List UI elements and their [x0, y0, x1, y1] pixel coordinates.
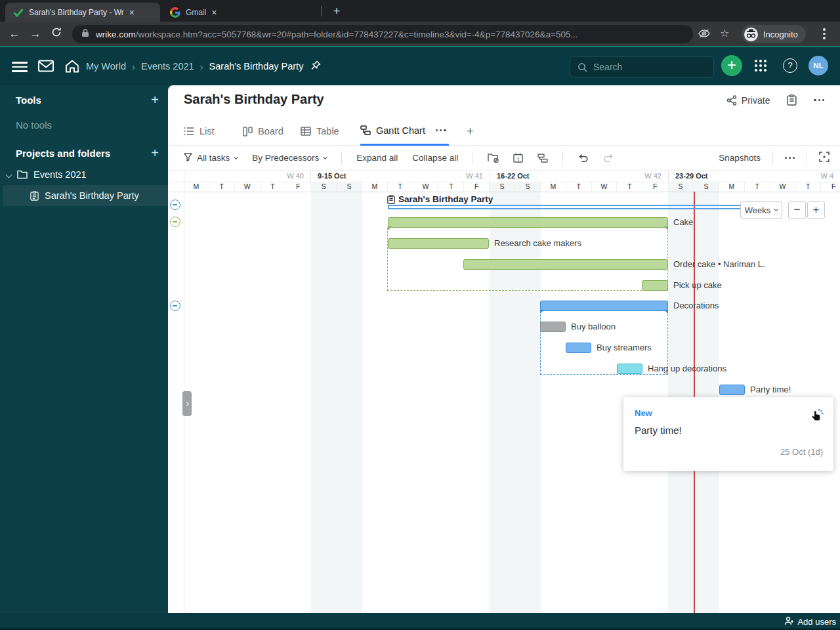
tab-label: Table	[316, 126, 339, 136]
eye-off-icon[interactable]	[698, 28, 710, 41]
add-new-button[interactable]: +	[721, 55, 742, 76]
browser-tab-gmail[interactable]: Gmail ×	[162, 3, 317, 22]
tab-close-icon[interactable]: ×	[129, 7, 135, 18]
sidebar-tools-title: Tools	[16, 94, 41, 106]
add-users-label[interactable]: Add users	[797, 617, 836, 627]
tab-divider	[321, 6, 322, 16]
breadcrumb-events-2021[interactable]: Events 2021	[141, 61, 194, 72]
gantt-bar[interactable]	[388, 238, 489, 249]
tab-close-icon[interactable]: ×	[211, 7, 217, 18]
search-input[interactable]	[593, 62, 698, 72]
sidebar-item-sarahs-birthday-party[interactable]: Sarah's Birthday Party	[3, 185, 168, 206]
more-menu-icon[interactable]	[814, 99, 824, 101]
tab-board[interactable]: Board	[243, 117, 284, 146]
clipboard-icon[interactable]	[787, 94, 797, 106]
redo-button[interactable]	[603, 154, 614, 163]
tab-options-icon[interactable]	[436, 129, 446, 131]
incognito-badge: Incognito	[742, 25, 806, 43]
subtask-tool-icon[interactable]	[537, 154, 548, 163]
snapshots-button[interactable]: Snapshots	[719, 153, 761, 163]
search-bar[interactable]	[570, 56, 714, 77]
project-clipboard-icon	[387, 195, 395, 204]
toolbar-more-icon[interactable]	[785, 157, 795, 159]
timeline-week-segment: 23-29 OctW 4	[668, 171, 840, 182]
tab-list[interactable]: List	[184, 117, 215, 146]
add-project-tool-icon[interactable]	[488, 153, 499, 163]
summary-bar-tip	[664, 226, 668, 230]
zoom-out-button[interactable]: −	[788, 201, 806, 219]
wrike-favicon	[13, 7, 24, 18]
project-summary-line[interactable]	[388, 205, 741, 209]
folder-icon	[17, 170, 28, 179]
gantt-bar[interactable]	[540, 322, 566, 332]
toolbar-right: Snapshots	[719, 152, 830, 165]
browser-menu-icon[interactable]	[823, 28, 826, 41]
add-project-button[interactable]: +	[148, 147, 161, 160]
breadcrumb: › My World › Events 2021 › Sarah's Birth…	[71, 60, 321, 72]
calendar-tool-icon[interactable]	[513, 153, 523, 163]
browser-tab-wrike[interactable]: Sarah's Birthday Party - Wr ×	[5, 3, 160, 22]
tab-title: Gmail	[186, 8, 206, 17]
inbox-icon[interactable]	[38, 60, 54, 75]
breadcrumb-separator: ›	[200, 61, 203, 72]
summary-bar-tip	[664, 310, 668, 314]
browser-tab-bar: Sarah's Birthday Party - Wr × Gmail × +	[0, 0, 840, 22]
timeline-day-cell: T	[388, 182, 413, 192]
timescale-select[interactable]: Weeks	[740, 201, 782, 219]
collapse-group-button[interactable]	[170, 301, 180, 311]
bookmark-star-icon[interactable]: ☆	[720, 27, 729, 39]
predecessors-label: By Predecessors	[252, 153, 319, 163]
panel-expand-handle[interactable]	[182, 391, 192, 416]
timeline-day-cell: T	[617, 182, 642, 192]
zoom-in-button[interactable]: +	[807, 201, 825, 219]
gantt-bar[interactable]	[642, 280, 668, 291]
breadcrumb-my-world[interactable]: My World	[86, 61, 126, 72]
project-clipboard-icon	[30, 191, 39, 201]
timeline-date-label: 23-29 Oct	[675, 171, 708, 182]
help-icon[interactable]: ?	[783, 58, 797, 73]
forward-icon[interactable]: →	[25, 28, 46, 41]
tab-gantt-chart[interactable]: Gantt Chart	[360, 117, 449, 146]
gantt-bar[interactable]	[388, 217, 668, 228]
incognito-icon	[744, 28, 758, 41]
collapse-group-button[interactable]	[170, 200, 180, 210]
timeline-day-cell: S	[490, 182, 515, 192]
expand-all-button[interactable]: Expand all	[356, 153, 398, 163]
back-icon[interactable]: ←	[4, 28, 25, 41]
url-bar[interactable]: wrike.com/workspace.htm?acc=5057768&wr=2…	[72, 25, 693, 43]
avatar[interactable]: NL	[808, 56, 828, 75]
share-icon[interactable]	[726, 95, 737, 106]
collapse-group-button[interactable]	[170, 217, 180, 227]
new-tab-button[interactable]: +	[328, 3, 345, 20]
add-view-button[interactable]: +	[467, 117, 474, 146]
tab-table[interactable]: Table	[301, 117, 339, 146]
url-path: /workspace.htm?acc=5057768&wr=20#path=fo…	[136, 30, 578, 39]
gantt-bar-label: Cake	[673, 217, 693, 228]
gantt-bar[interactable]	[463, 259, 668, 270]
fullscreen-icon[interactable]	[819, 152, 830, 164]
gantt-bar[interactable]	[566, 343, 591, 353]
gantt-bar[interactable]	[617, 364, 642, 374]
hamburger-menu-icon[interactable]	[12, 62, 28, 75]
undo-button[interactable]	[578, 154, 589, 163]
privacy-label[interactable]: Private	[742, 95, 770, 106]
timeline-day-cell: F	[285, 182, 311, 192]
add-tool-button[interactable]: +	[148, 94, 161, 107]
gantt-bar[interactable]	[540, 301, 668, 311]
pin-icon[interactable]	[311, 60, 321, 72]
gantt-bar[interactable]	[719, 385, 745, 395]
lock-icon[interactable]	[81, 28, 89, 40]
timeline-day-cell: F	[642, 182, 668, 192]
expand-all-label: Expand all	[356, 153, 398, 163]
reload-icon[interactable]	[46, 27, 67, 41]
apps-grid-icon[interactable]	[754, 59, 767, 75]
filter-dropdown[interactable]: All tasks	[184, 153, 238, 163]
sidebar-item-events-2021[interactable]: Events 2021	[0, 165, 168, 184]
browser-address-bar: ← → wrike.com/workspace.htm?acc=5057768&…	[0, 22, 840, 46]
timeline-week-segment: 9-15 OctW 41	[310, 171, 490, 182]
summary-bar-tip	[388, 226, 392, 230]
incognito-label: Incognito	[763, 30, 798, 39]
collapse-all-button[interactable]: Collapse all	[412, 153, 458, 163]
predecessors-dropdown[interactable]: By Predecessors	[252, 153, 327, 163]
chevron-down-icon[interactable]	[7, 169, 11, 179]
